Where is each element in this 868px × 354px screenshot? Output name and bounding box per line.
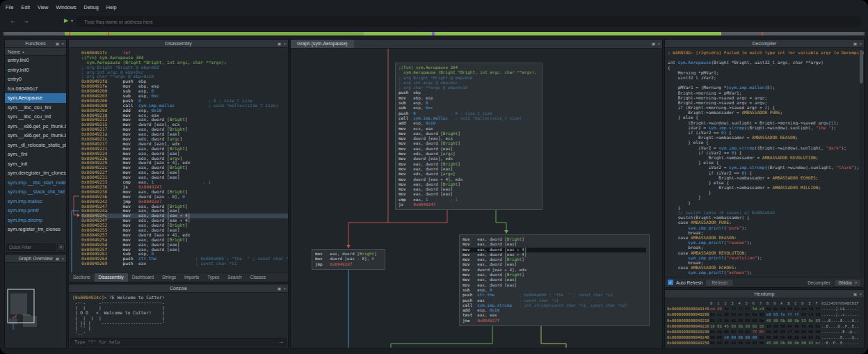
asm-line[interactable]: 0x0804925d mov eax, dword [eax]	[81, 243, 288, 248]
decompiler-line[interactable]: case AMBASSADOR_PURE:	[668, 220, 864, 225]
asm-line[interactable]: 0x0804921f mov dword [eax], edx	[81, 142, 288, 147]
function-item[interactable]: sym.__libc_csu_init	[5, 112, 66, 122]
function-item[interactable]: sym.imp.__stack_chk_fail	[5, 187, 66, 197]
function-item[interactable]: sym.imp.__libc_start_main	[5, 178, 66, 188]
decompiler-line[interactable]: sym.imp.printf("reason");	[668, 240, 864, 245]
graph-asm-line[interactable]: mov eax, dword [Bright]	[463, 257, 646, 262]
graph-asm-line[interactable]: mov eax, dword [Bright]	[399, 131, 539, 136]
function-item[interactable]: fcn.080490c7	[5, 84, 66, 94]
graph-asm-line[interactable]: jne 0x804927f	[463, 319, 646, 323]
function-item[interactable]: sym.Aeropause	[5, 93, 66, 103]
tab-imports[interactable]: Imports	[180, 273, 203, 282]
close-icon[interactable]: ×	[283, 287, 286, 291]
graph-asm-line[interactable]: sub esp, 8	[463, 288, 646, 293]
clear-filter-icon[interactable]: ×	[57, 243, 65, 251]
graph-asm-line[interactable]: call sym.imp.malloc ; void *malloc(size_…	[399, 116, 539, 121]
graph-asm-line[interactable]: mov dword [eax + 4], edx	[463, 268, 646, 273]
graph-node-left[interactable]: mov eax, dword [Bright]mov dword [eax - …	[312, 249, 385, 270]
pop-out-icon[interactable]: ▣	[278, 286, 282, 291]
asm-line[interactable]: 0x0804921c mov edx, dword [argc]	[81, 137, 288, 142]
graph-asm-line[interactable]: mov eax, dword [eax]	[399, 192, 539, 197]
graph-asm-line[interactable]: push eax ; const char *s1	[463, 298, 646, 303]
decompiler-line[interactable]: Bright->ambassador = AMBASSADOR_ECHOES;	[668, 175, 864, 180]
memory-map-segment[interactable]	[432, 32, 435, 35]
hexdump-row[interactable]: 0x000000000804921089 c1 8b 45 08 89 08 8…	[667, 318, 862, 323]
decompiler-line[interactable]: Bright->morning->saved_argv = argv;	[668, 100, 864, 105]
refresh-button[interactable]: Refresh	[705, 279, 733, 287]
asm-line[interactable]: 0x08049224 mov eax, dword [eax]	[81, 152, 288, 156]
search-input[interactable]	[83, 19, 855, 25]
graph-asm-line[interactable]: sub esp, 8	[399, 101, 539, 106]
function-item[interactable]: sym._dl_relocate_static_pie	[5, 140, 66, 150]
graph-asm-line[interactable]: mov eax, dword [eax + 4]	[463, 248, 646, 252]
graph-canvas[interactable]: ;(fcn) sym.Aeropause 304 sym.Aeropause (…	[291, 49, 662, 348]
function-item[interactable]: sym.__x86.get_pc_thunk.bp	[5, 122, 66, 131]
graph-asm-line[interactable]: mov eax, dword [eax]	[399, 187, 539, 192]
menu-windows[interactable]: Windows	[56, 4, 76, 10]
search-box[interactable]	[77, 16, 861, 27]
asm-line[interactable]: 0x080491fd push ebp	[81, 79, 288, 84]
decompiler-line[interactable]: case AMBASSADOR_REASON:	[668, 235, 864, 240]
decompiler-line[interactable]: Bright->morning = pMVar1;	[668, 90, 864, 95]
asm-line[interactable]: 0x08049255 mov eax, dword [eax]	[81, 228, 288, 233]
function-item[interactable]: sym.deregister_tm_clones	[5, 168, 66, 178]
asm-line[interactable]: 0x0804923b mov dword [eax - 8], 0	[81, 195, 288, 200]
asm-line[interactable]: 0x08049238 mov eax, dword [Bright]	[81, 190, 288, 195]
asm-line[interactable]: 0x0804924c mov eax, dword [eax + 4]	[81, 214, 288, 218]
asm-line[interactable]: 0x080491fc ret	[81, 51, 288, 56]
asm-line[interactable]: 0x08049264 push str.the ; 0x804a008 ; "t…	[81, 257, 288, 262]
menu-edit[interactable]: Edit	[22, 4, 30, 10]
auto-refresh-checkbox[interactable]: ✓	[668, 280, 673, 285]
decompiler-line[interactable]: sym.imp.printf("pure");	[668, 225, 864, 230]
tab-graph[interactable]: Graph (sym.Aeropause)	[291, 40, 354, 48]
function-item[interactable]: sym.imp.printf	[5, 206, 66, 216]
decompiler-select[interactable]: Ghidra ▾	[834, 279, 861, 287]
function-item[interactable]: sym.imp.malloc	[5, 197, 66, 207]
hexdump-row[interactable]: 0x000000000804922010 8b 45 08 8b 00 8b 5…	[667, 323, 862, 329]
function-item[interactable]: sym._fini	[5, 150, 66, 159]
asm-line[interactable]: 0x08049226 mov edx, dword [argv]	[81, 156, 288, 161]
decompiler-line[interactable]: uint32_t iVar2;	[668, 75, 864, 80]
tab-sections[interactable]: Sections	[69, 273, 95, 282]
graph-asm-line[interactable]: ; arg int argc @ ebp+0xc	[399, 81, 539, 86]
decompiler-line[interactable]: sym.imp.printf("revolution");	[668, 255, 864, 260]
graph-asm-line[interactable]: mov eax, dword [eax]	[399, 147, 539, 152]
decompiler-line[interactable]: }	[668, 200, 864, 205]
run-icon[interactable]: ▶	[64, 17, 68, 24]
decompiler-line[interactable]: }	[668, 195, 864, 200]
decompiler-line[interactable]: if (iVar2 == 0) {	[668, 130, 864, 135]
function-item[interactable]: sym.register_tm_clones	[5, 225, 66, 234]
memory-map-bar[interactable]	[3, 32, 865, 35]
asm-line[interactable]: 0x08049212 mov eax, dword [Bright]	[81, 118, 288, 122]
decompiler-line[interactable]: iVar2 = sym.imp.strcmp((Bright->window).…	[668, 145, 864, 150]
menu-file[interactable]: File	[6, 4, 14, 10]
asm-line[interactable]: ;(fcn) sym.Aeropause 304	[81, 56, 288, 61]
decompiler-line[interactable]	[668, 80, 864, 85]
asm-line[interactable]: sym.Aeropause (Bright *Bright, int argc,…	[81, 61, 288, 65]
asm-line[interactable]: 0x08049269 push eax ; const char *s1	[81, 262, 288, 266]
function-item[interactable]: sym.__libc_csu_fini	[5, 103, 66, 113]
decompiler-line[interactable]: int sym.Aeropause(Bright *Bright, uint32…	[668, 60, 864, 65]
graph-asm-line[interactable]: mov edx, dword [argc]	[399, 152, 539, 156]
chevron-down-icon[interactable]: ▾	[71, 18, 73, 23]
asm-line[interactable]: 0x08049233 cmp eax, 1 ; 1	[81, 180, 288, 185]
tab-types[interactable]: Types	[203, 273, 223, 282]
asm-line[interactable]: 0x0804922f mov eax, dword [eax]	[81, 170, 288, 175]
asm-line[interactable]: 0x08049215 mov dword [eax], ecx	[81, 122, 288, 127]
asm-line[interactable]: 0x08049242 jmp 0x80492d7	[81, 200, 288, 204]
decompiler-line[interactable]: switch(Bright->ambassador) {	[668, 215, 864, 220]
decompiler-line[interactable]: ; WARNING: [r2ghidra] Failed to match ty…	[668, 50, 864, 55]
asm-line[interactable]: 0x08049203 sub esp, 0xc	[81, 94, 288, 99]
decompiler-line[interactable]: // switch table (5 cases) at 0x804a044	[668, 210, 864, 215]
asm-line[interactable]: 0x08049206 push 8 ; 8 ; size_t size	[81, 99, 288, 104]
tab-disassembly[interactable]: Disassembly	[95, 273, 128, 282]
send-icon[interactable]: →	[278, 339, 284, 346]
memory-map-segment[interactable]	[3, 32, 65, 35]
graph-asm-line[interactable]: mov eax, dword [eax]	[463, 242, 646, 247]
forward-icon[interactable]: →	[22, 16, 29, 26]
hexdump-row[interactable]: 0x000000000804923000 8b 00 83 f8 01 7f 0…	[667, 329, 862, 335]
decompiler-line[interactable]: if (iVar2 == 0) {	[668, 170, 864, 175]
function-item[interactable]: sym._init	[5, 159, 66, 169]
pop-out-icon[interactable]: ▣	[278, 41, 282, 46]
decompiler-line[interactable]: {	[668, 65, 864, 70]
